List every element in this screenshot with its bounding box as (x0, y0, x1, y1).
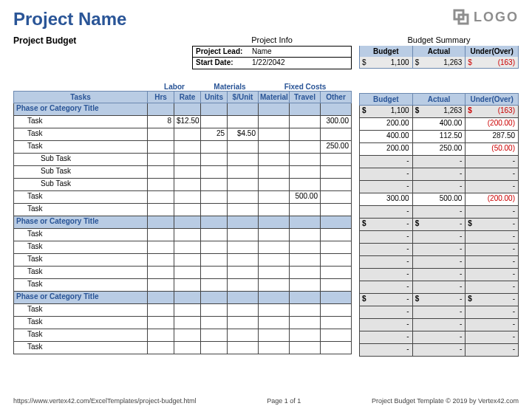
budget-row: --- (359, 256, 519, 269)
task-label: Task (13, 116, 148, 128)
task-row: Sub Task (13, 166, 352, 179)
logo-icon (453, 9, 469, 25)
summary-actual: $1,263 (413, 57, 466, 69)
task-label: Sub Task (13, 166, 148, 178)
phase-title: Phase or Category Title (13, 103, 148, 115)
task-row: Task250.00 (13, 141, 352, 154)
summary-col-budget: Budget (359, 46, 413, 57)
budget-summary-block: Budget Summary Budget Actual Under(Over)… (359, 35, 519, 69)
project-lead-value: Name (249, 47, 351, 57)
budget-row: --- (359, 331, 519, 344)
summary-col-actual: Actual (413, 46, 466, 57)
task-label: Sub Task (13, 179, 148, 190)
budget-row: --- (359, 156, 519, 168)
footer: https://www.vertex42.com/ExcelTemplates/… (13, 397, 519, 405)
col-unitcost: $/Unit (228, 92, 259, 103)
budget-row: --- (359, 281, 519, 294)
budget-header-row: Budget Actual Under(Over) (359, 93, 519, 106)
task-row: Sub Task (13, 179, 352, 191)
task-label: Task (13, 342, 148, 354)
budget-row: --- (359, 344, 519, 357)
budget-row: --- (359, 269, 519, 281)
col-budget: Budget (359, 94, 413, 105)
budget-row: 400.00112.50287.50 (359, 131, 519, 143)
col-other: Other (321, 92, 352, 103)
phase-title: Phase or Category Title (13, 292, 148, 303)
col-material: Material (259, 92, 290, 103)
task-label: Task (13, 191, 148, 203)
column-header-row: Tasks Hrs Rate Units $/Unit Material Tra… (13, 91, 352, 103)
phase-row: Phase or Category Title (13, 292, 352, 304)
col-travel: Travel (290, 92, 321, 103)
task-row: Task (13, 317, 352, 329)
task-row: Task (13, 329, 352, 342)
logo: LOGO (453, 9, 519, 25)
summary-budget: $1,100 (359, 57, 413, 69)
project-info-heading: Project Info (192, 35, 352, 44)
footer-page: Page 1 of 1 (267, 397, 301, 405)
start-date-row: Start Date: 1/22/2042 (192, 58, 352, 69)
tasks-table: Labor Materials Fixed Costs Tasks Hrs Ra… (13, 83, 352, 357)
task-row: Task (13, 304, 352, 317)
task-row: Task25$4.50 (13, 128, 352, 141)
task-row: Task (13, 342, 352, 354)
budget-summary-heading: Budget Summary (359, 35, 519, 44)
budget-row: --- (359, 181, 519, 193)
budget-row: --- (359, 319, 519, 331)
project-info-block: Project Info Project Lead: Name Start Da… (192, 35, 352, 69)
task-label: Sub Task (13, 154, 148, 165)
phase-row: Phase or Category Title (13, 103, 352, 116)
task-row: Task (13, 267, 352, 279)
task-row: Task (13, 254, 352, 267)
start-date-label: Start Date: (193, 58, 249, 69)
task-label: Task (13, 141, 148, 153)
budget-row: --- (359, 168, 519, 181)
summary-col-underover: Under(Over) (466, 46, 519, 57)
budget-row: --- (359, 231, 519, 244)
budget-table: Budget Actual Under(Over) $1,100$1,263$(… (359, 83, 519, 357)
group-fixed: Fixed Costs (259, 83, 352, 91)
task-row: Task (13, 279, 352, 292)
col-hrs: Hrs (148, 92, 174, 103)
logo-text: LOGO (474, 10, 519, 25)
group-header-row: Labor Materials Fixed Costs (13, 83, 352, 91)
task-row: Sub Task (13, 154, 352, 166)
task-row: Task500.00 (13, 191, 352, 204)
task-label: Task (13, 329, 148, 341)
col-actual: Actual (413, 94, 466, 105)
phase-title: Phase or Category Title (13, 216, 148, 228)
task-label: Task (13, 229, 148, 241)
budget-row: 300.00500.00(200.00) (359, 193, 519, 206)
summary-values: $1,100 $1,263 $(163) (359, 57, 519, 69)
budget-row: 200.00250.00(50.00) (359, 143, 519, 156)
col-units: Units (201, 92, 228, 103)
task-label: Task (13, 267, 148, 278)
task-label: Task (13, 279, 148, 291)
task-label: Task (13, 241, 148, 253)
project-lead-label: Project Lead: (193, 47, 249, 57)
phase-totals: $-$-$- (359, 294, 519, 306)
task-label: Task (13, 254, 148, 266)
info-row: Project Budget Project Info Project Lead… (13, 35, 519, 69)
task-label: Task (13, 204, 148, 216)
header: Project Name LOGO (13, 9, 519, 34)
col-tasks: Tasks (13, 92, 148, 103)
project-lead-row: Project Lead: Name (192, 46, 352, 58)
phase-totals: $1,100$1,263$(163) (359, 106, 519, 118)
task-row: Task (13, 241, 352, 254)
col-rate: Rate (174, 92, 201, 103)
budget-row: --- (359, 206, 519, 219)
phase-totals: $-$-$- (359, 219, 519, 231)
task-row: Task (13, 204, 352, 216)
phase-row: Phase or Category Title (13, 216, 352, 229)
task-label: Task (13, 128, 148, 140)
footer-url: https://www.vertex42.com/ExcelTemplates/… (13, 397, 197, 405)
table-area: Labor Materials Fixed Costs Tasks Hrs Ra… (13, 83, 519, 357)
task-label: Task (13, 317, 148, 329)
footer-copyright: Project Budget Template © 2019 by Vertex… (372, 397, 519, 405)
budget-row: --- (359, 306, 519, 319)
document-page: Project Name LOGO Project Budget Project… (0, 0, 532, 409)
summary-underover: $(163) (466, 57, 519, 69)
budget-row: --- (359, 244, 519, 256)
group-labor: Labor (148, 83, 201, 91)
